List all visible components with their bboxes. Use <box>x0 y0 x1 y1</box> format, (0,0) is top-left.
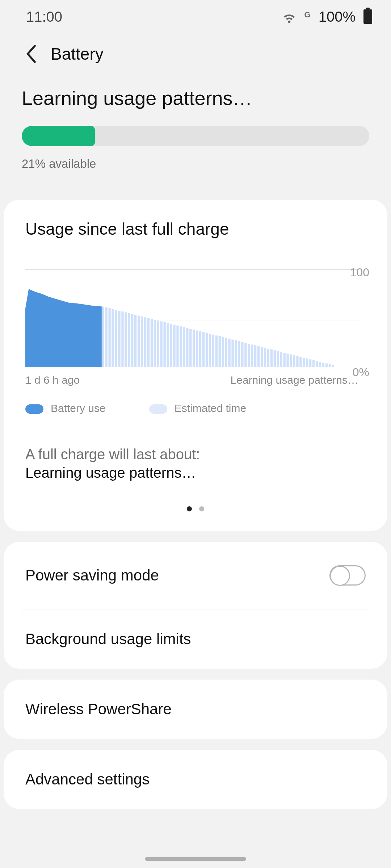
usage-title: Usage since last full charge <box>25 219 366 239</box>
svg-rect-49 <box>251 345 253 367</box>
svg-rect-11 <box>128 313 130 367</box>
svg-rect-43 <box>231 340 234 367</box>
svg-rect-24 <box>170 324 172 367</box>
dot-2 <box>199 506 204 511</box>
svg-rect-40 <box>222 337 224 367</box>
svg-rect-68 <box>312 360 315 367</box>
status-time: 11:00 <box>26 9 62 25</box>
svg-rect-58 <box>280 352 282 367</box>
legend-swatch-est <box>149 404 167 414</box>
svg-marker-2 <box>25 289 102 367</box>
status-battery-pct: 100% <box>319 9 356 25</box>
svg-rect-56 <box>274 350 276 367</box>
toggle-divider <box>317 563 317 588</box>
legend-swatch-use <box>25 404 43 414</box>
svg-rect-73 <box>329 364 331 367</box>
svg-rect-8 <box>118 311 120 367</box>
svg-rect-16 <box>144 317 146 367</box>
svg-rect-21 <box>160 322 163 367</box>
svg-rect-45 <box>238 341 240 367</box>
svg-rect-41 <box>225 338 227 367</box>
svg-rect-33 <box>199 331 201 367</box>
nav-indicator[interactable] <box>145 857 246 861</box>
usage-chart: 100 0% 1 d 6 h ago Learning usage patter… <box>25 268 366 386</box>
svg-rect-20 <box>157 320 159 367</box>
svg-rect-29 <box>186 328 188 367</box>
svg-rect-25 <box>173 325 175 367</box>
legend-est-label: Estimated time <box>175 402 246 414</box>
battery-bar-fill <box>22 126 95 146</box>
svg-rect-39 <box>219 336 221 367</box>
toggle-knob <box>330 566 350 586</box>
learning-heading: Learning usage patterns… <box>22 87 369 126</box>
settings-group-2: Wireless PowerShare <box>4 680 387 739</box>
svg-rect-59 <box>283 353 286 367</box>
row-powershare[interactable]: Wireless PowerShare <box>4 680 387 739</box>
page-dots[interactable] <box>25 506 366 513</box>
wifi-icon <box>282 9 297 24</box>
battery-icon <box>363 9 372 24</box>
svg-rect-30 <box>189 329 192 367</box>
svg-rect-44 <box>235 340 237 367</box>
svg-rect-14 <box>138 316 140 367</box>
svg-rect-53 <box>264 348 266 367</box>
settings-group-3: Advanced settings <box>4 750 387 809</box>
svg-rect-61 <box>290 354 292 367</box>
available-text: 21% available <box>22 146 369 171</box>
svg-rect-22 <box>164 322 166 367</box>
svg-rect-15 <box>141 316 143 367</box>
back-button[interactable] <box>22 45 40 63</box>
svg-rect-63 <box>296 356 298 367</box>
settings-group-1: Power saving mode Background usage limit… <box>4 542 387 669</box>
row-bg-limits[interactable]: Background usage limits <box>4 609 387 669</box>
svg-rect-18 <box>151 319 153 367</box>
row-power-saving-label: Power saving mode <box>25 567 159 584</box>
svg-rect-71 <box>322 363 324 367</box>
chart-legend: Battery use Estimated time <box>25 402 366 414</box>
svg-rect-62 <box>293 355 295 367</box>
svg-rect-5 <box>109 308 111 367</box>
status-right: G 100% <box>282 9 372 25</box>
svg-rect-72 <box>325 363 328 367</box>
svg-rect-9 <box>121 311 123 367</box>
svg-rect-19 <box>154 320 156 367</box>
svg-rect-17 <box>147 318 150 367</box>
row-advanced[interactable]: Advanced settings <box>4 750 387 809</box>
svg-rect-28 <box>183 327 185 367</box>
svg-rect-35 <box>206 333 208 367</box>
y-axis-top: 100 <box>350 266 369 279</box>
svg-rect-60 <box>286 354 289 367</box>
svg-rect-52 <box>261 347 263 367</box>
estimate-line1: A full charge will last about: <box>25 446 366 463</box>
svg-rect-66 <box>306 358 308 367</box>
page-title: Battery <box>51 44 104 64</box>
power-saving-toggle[interactable] <box>329 565 366 586</box>
svg-rect-64 <box>299 357 302 367</box>
usage-card[interactable]: Usage since last full charge 100 0% 1 d … <box>4 200 387 531</box>
svg-rect-57 <box>277 351 279 367</box>
svg-rect-31 <box>193 330 195 367</box>
svg-rect-74 <box>332 365 334 367</box>
svg-rect-7 <box>115 310 117 367</box>
svg-rect-26 <box>176 326 178 367</box>
svg-rect-54 <box>267 349 269 367</box>
row-power-saving[interactable]: Power saving mode <box>4 542 387 609</box>
svg-rect-55 <box>270 349 273 367</box>
row-advanced-label: Advanced settings <box>25 771 150 788</box>
svg-rect-13 <box>134 315 136 367</box>
svg-rect-27 <box>180 326 182 367</box>
row-powershare-label: Wireless PowerShare <box>25 701 172 718</box>
chevron-left-icon <box>25 45 37 63</box>
svg-rect-46 <box>241 342 243 367</box>
svg-rect-50 <box>254 345 256 367</box>
svg-rect-38 <box>215 336 218 367</box>
svg-rect-42 <box>228 339 230 367</box>
svg-rect-34 <box>202 332 205 367</box>
app-bar: Battery <box>0 33 391 75</box>
chart-svg <box>25 268 358 373</box>
svg-rect-67 <box>309 359 311 367</box>
row-bg-limits-label: Background usage limits <box>25 630 191 648</box>
svg-rect-69 <box>316 361 318 367</box>
svg-rect-48 <box>248 344 250 367</box>
svg-rect-36 <box>209 334 211 367</box>
